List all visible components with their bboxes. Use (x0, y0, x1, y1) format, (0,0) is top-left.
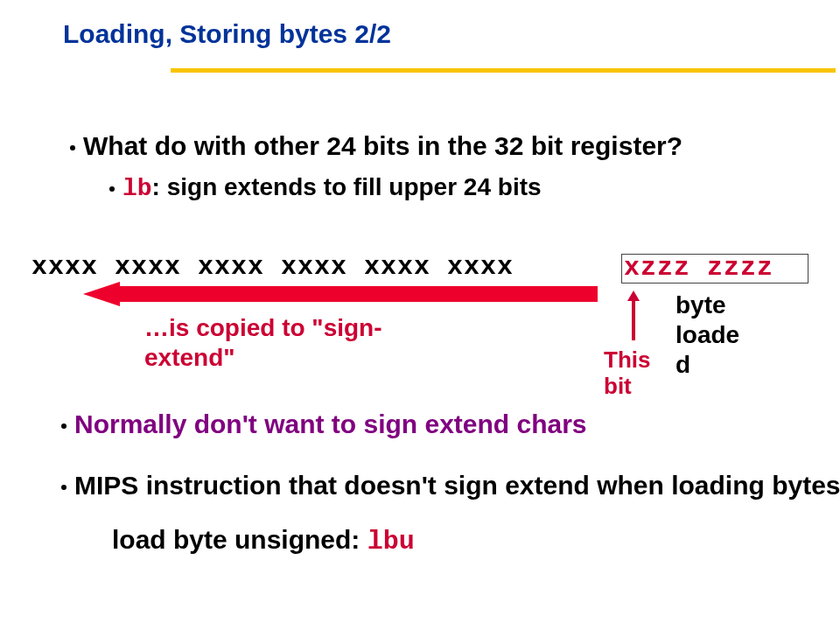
lbu-line: load byte unsigned: lbu (112, 525, 415, 556)
loaded-byte-box: xzzz zzzz (621, 254, 808, 284)
bullet-question: What do with other 24 bits in the 32 bit… (70, 131, 682, 161)
annotation-byte-loaded: byte loade d (676, 290, 739, 380)
bullet-dot-icon (109, 186, 115, 192)
bullet-normally: Normally don't want to sign extend chars (61, 410, 587, 439)
bullet-dot-icon (61, 485, 66, 490)
annotation-this-bit-l1: This (604, 346, 650, 373)
lb-code: lb (122, 175, 152, 202)
title-underline (171, 68, 836, 73)
bullet-question-text: What do with other 24 bits in the 32 bit… (83, 131, 682, 160)
slide: Loading, Storing bytes 2/2 What do with … (0, 0, 840, 630)
annotation-copied: …is copied to "sign-extend" (144, 313, 424, 373)
lbu-code: lbu (368, 527, 415, 556)
annotation-this-bit-l2: bit (604, 373, 632, 399)
this-bit-arrow-icon (627, 290, 640, 340)
upper-24-bits: xxxx xxxx xxxx xxxx xxxx xxxx (32, 252, 514, 282)
annotation-this-bit: This bit (604, 346, 650, 399)
bullet-lb: lb: sign extends to fill upper 24 bits (109, 173, 542, 202)
lb-rest: : sign extends to fill upper 24 bits (152, 173, 542, 200)
annotation-byte-loaded-l2: loade (676, 321, 739, 348)
bullet-dot-icon (61, 424, 66, 429)
sign-extend-arrow-icon (83, 282, 599, 306)
annotation-byte-loaded-l3: d (676, 351, 690, 378)
bullet-mips: MIPS instruction that doesn't sign exten… (61, 471, 840, 500)
slide-title: Loading, Storing bytes 2/2 (63, 19, 391, 49)
annotation-byte-loaded-l1: byte (676, 291, 726, 318)
bullet-normally-text: Normally don't want to sign extend chars (74, 410, 587, 438)
bullet-mips-text: MIPS instruction that doesn't sign exten… (74, 471, 840, 500)
bullet-dot-icon (70, 145, 75, 150)
lbu-pre: load byte unsigned: (112, 525, 368, 554)
